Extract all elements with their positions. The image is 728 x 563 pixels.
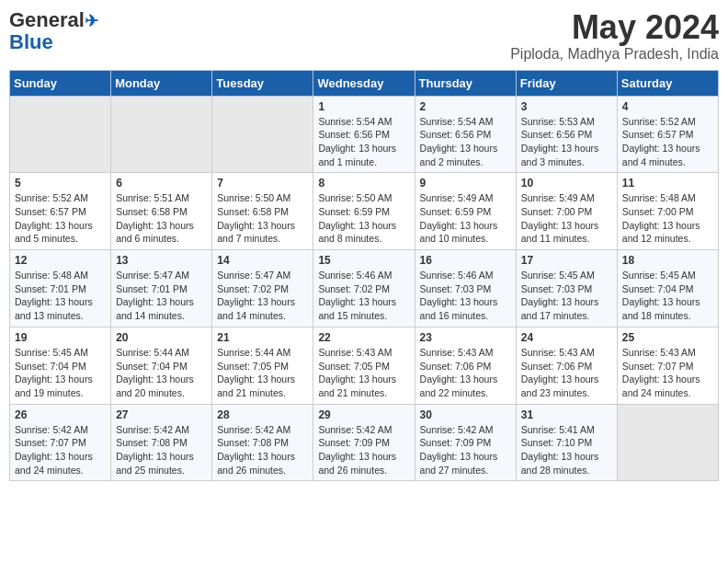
day-number: 2 [420, 100, 511, 113]
day-info: Sunrise: 5:47 AM Sunset: 7:02 PM Dayligh… [217, 269, 308, 323]
calendar-cell: 11Sunrise: 5:48 AM Sunset: 7:00 PM Dayli… [617, 173, 718, 250]
logo-general: General [9, 8, 85, 31]
calendar-cell: 18Sunrise: 5:45 AM Sunset: 7:04 PM Dayli… [617, 250, 718, 327]
day-number: 3 [521, 100, 612, 113]
day-number: 11 [622, 177, 713, 190]
weekday-header-sunday: Sunday [10, 70, 111, 96]
calendar-cell: 21Sunrise: 5:44 AM Sunset: 7:05 PM Dayli… [212, 327, 313, 404]
calendar-cell: 17Sunrise: 5:45 AM Sunset: 7:03 PM Dayli… [516, 250, 617, 327]
day-number: 1 [318, 100, 409, 113]
day-number: 29 [318, 408, 409, 421]
day-info: Sunrise: 5:44 AM Sunset: 7:05 PM Dayligh… [217, 346, 308, 400]
day-number: 5 [15, 177, 106, 190]
day-info: Sunrise: 5:41 AM Sunset: 7:10 PM Dayligh… [521, 423, 612, 477]
month-title: May 2024 [510, 9, 719, 46]
day-info: Sunrise: 5:42 AM Sunset: 7:07 PM Dayligh… [15, 423, 106, 477]
day-number: 30 [420, 408, 511, 421]
calendar-cell [617, 404, 718, 481]
calendar-cell: 15Sunrise: 5:46 AM Sunset: 7:02 PM Dayli… [313, 250, 415, 327]
calendar-cell: 19Sunrise: 5:45 AM Sunset: 7:04 PM Dayli… [10, 327, 111, 404]
weekday-header-monday: Monday [111, 70, 212, 96]
calendar-cell [212, 96, 313, 173]
weekday-header-tuesday: Tuesday [212, 70, 313, 96]
calendar-cell: 6Sunrise: 5:51 AM Sunset: 6:58 PM Daylig… [111, 173, 212, 250]
day-info: Sunrise: 5:45 AM Sunset: 7:03 PM Dayligh… [521, 269, 612, 323]
day-info: Sunrise: 5:49 AM Sunset: 6:59 PM Dayligh… [420, 191, 511, 246]
day-number: 20 [116, 331, 207, 344]
day-info: Sunrise: 5:43 AM Sunset: 7:05 PM Dayligh… [318, 346, 409, 400]
day-number: 19 [15, 331, 106, 344]
day-number: 12 [15, 254, 106, 267]
calendar-cell: 16Sunrise: 5:46 AM Sunset: 7:03 PM Dayli… [415, 250, 516, 327]
day-info: Sunrise: 5:42 AM Sunset: 7:09 PM Dayligh… [420, 423, 511, 477]
calendar-cell: 2Sunrise: 5:54 AM Sunset: 6:56 PM Daylig… [415, 96, 516, 173]
calendar-cell: 24Sunrise: 5:43 AM Sunset: 7:06 PM Dayli… [516, 327, 617, 404]
day-number: 26 [15, 408, 106, 421]
calendar-cell: 25Sunrise: 5:43 AM Sunset: 7:07 PM Dayli… [617, 327, 718, 404]
calendar-cell: 10Sunrise: 5:49 AM Sunset: 7:00 PM Dayli… [516, 173, 617, 250]
weekday-header-friday: Friday [516, 70, 617, 96]
day-info: Sunrise: 5:42 AM Sunset: 7:09 PM Dayligh… [318, 423, 409, 477]
calendar-table: SundayMondayTuesdayWednesdayThursdayFrid… [9, 70, 719, 482]
day-number: 28 [217, 408, 308, 421]
day-info: Sunrise: 5:50 AM Sunset: 6:58 PM Dayligh… [217, 191, 308, 246]
logo-blue: Blue [9, 30, 53, 53]
week-row-5: 26Sunrise: 5:42 AM Sunset: 7:07 PM Dayli… [10, 404, 719, 481]
calendar-cell: 20Sunrise: 5:44 AM Sunset: 7:04 PM Dayli… [111, 327, 212, 404]
day-info: Sunrise: 5:43 AM Sunset: 7:07 PM Dayligh… [622, 346, 713, 400]
calendar-cell: 13Sunrise: 5:47 AM Sunset: 7:01 PM Dayli… [111, 250, 212, 327]
day-number: 24 [521, 331, 612, 344]
day-info: Sunrise: 5:46 AM Sunset: 7:03 PM Dayligh… [420, 269, 511, 323]
day-info: Sunrise: 5:54 AM Sunset: 6:56 PM Dayligh… [318, 115, 409, 169]
calendar-cell: 12Sunrise: 5:48 AM Sunset: 7:01 PM Dayli… [10, 250, 111, 327]
day-number: 10 [521, 177, 612, 190]
calendar-cell: 31Sunrise: 5:41 AM Sunset: 7:10 PM Dayli… [516, 404, 617, 481]
day-info: Sunrise: 5:45 AM Sunset: 7:04 PM Dayligh… [15, 346, 106, 400]
day-number: 16 [420, 254, 511, 267]
logo: General✈ Blue [9, 9, 98, 53]
calendar-cell: 5Sunrise: 5:52 AM Sunset: 6:57 PM Daylig… [10, 173, 111, 250]
calendar-cell: 4Sunrise: 5:52 AM Sunset: 6:57 PM Daylig… [617, 96, 718, 173]
weekday-header-row: SundayMondayTuesdayWednesdayThursdayFrid… [10, 70, 719, 96]
day-number: 9 [420, 177, 511, 190]
day-info: Sunrise: 5:49 AM Sunset: 7:00 PM Dayligh… [521, 191, 612, 246]
day-number: 21 [217, 331, 308, 344]
calendar-cell: 3Sunrise: 5:53 AM Sunset: 6:56 PM Daylig… [516, 96, 617, 173]
week-row-2: 5Sunrise: 5:52 AM Sunset: 6:57 PM Daylig… [10, 173, 719, 250]
day-info: Sunrise: 5:44 AM Sunset: 7:04 PM Dayligh… [116, 346, 207, 400]
day-number: 18 [622, 254, 713, 267]
week-row-1: 1Sunrise: 5:54 AM Sunset: 6:56 PM Daylig… [10, 96, 719, 173]
day-number: 8 [318, 177, 409, 190]
day-info: Sunrise: 5:53 AM Sunset: 6:56 PM Dayligh… [521, 115, 612, 169]
day-number: 14 [217, 254, 308, 267]
day-number: 25 [622, 331, 713, 344]
week-row-4: 19Sunrise: 5:45 AM Sunset: 7:04 PM Dayli… [10, 327, 719, 404]
day-info: Sunrise: 5:50 AM Sunset: 6:59 PM Dayligh… [318, 191, 409, 246]
title-block: May 2024 Piploda, Madhya Pradesh, India [510, 9, 719, 63]
calendar-cell: 27Sunrise: 5:42 AM Sunset: 7:08 PM Dayli… [111, 404, 212, 481]
day-info: Sunrise: 5:54 AM Sunset: 6:56 PM Dayligh… [420, 115, 511, 169]
day-number: 31 [521, 408, 612, 421]
calendar-cell: 29Sunrise: 5:42 AM Sunset: 7:09 PM Dayli… [313, 404, 415, 481]
weekday-header-saturday: Saturday [617, 70, 718, 96]
calendar-cell: 7Sunrise: 5:50 AM Sunset: 6:58 PM Daylig… [212, 173, 313, 250]
calendar-cell: 23Sunrise: 5:43 AM Sunset: 7:06 PM Dayli… [415, 327, 516, 404]
day-info: Sunrise: 5:47 AM Sunset: 7:01 PM Dayligh… [116, 269, 207, 323]
day-number: 23 [420, 331, 511, 344]
logo-bird-svg: ✈ [85, 12, 98, 30]
calendar-cell: 9Sunrise: 5:49 AM Sunset: 6:59 PM Daylig… [415, 173, 516, 250]
day-number: 22 [318, 331, 409, 344]
day-number: 13 [116, 254, 207, 267]
calendar-cell: 1Sunrise: 5:54 AM Sunset: 6:56 PM Daylig… [313, 96, 415, 173]
location: Piploda, Madhya Pradesh, India [510, 46, 719, 63]
calendar-cell: 28Sunrise: 5:42 AM Sunset: 7:08 PM Dayli… [212, 404, 313, 481]
day-number: 7 [217, 177, 308, 190]
calendar-cell [111, 96, 212, 173]
week-row-3: 12Sunrise: 5:48 AM Sunset: 7:01 PM Dayli… [10, 250, 719, 327]
logo-text: General✈ Blue [9, 9, 98, 53]
day-number: 17 [521, 254, 612, 267]
day-number: 27 [116, 408, 207, 421]
day-info: Sunrise: 5:42 AM Sunset: 7:08 PM Dayligh… [116, 423, 207, 477]
page-header: General✈ Blue May 2024 Piploda, Madhya P… [9, 9, 719, 63]
day-info: Sunrise: 5:48 AM Sunset: 7:00 PM Dayligh… [622, 191, 713, 246]
